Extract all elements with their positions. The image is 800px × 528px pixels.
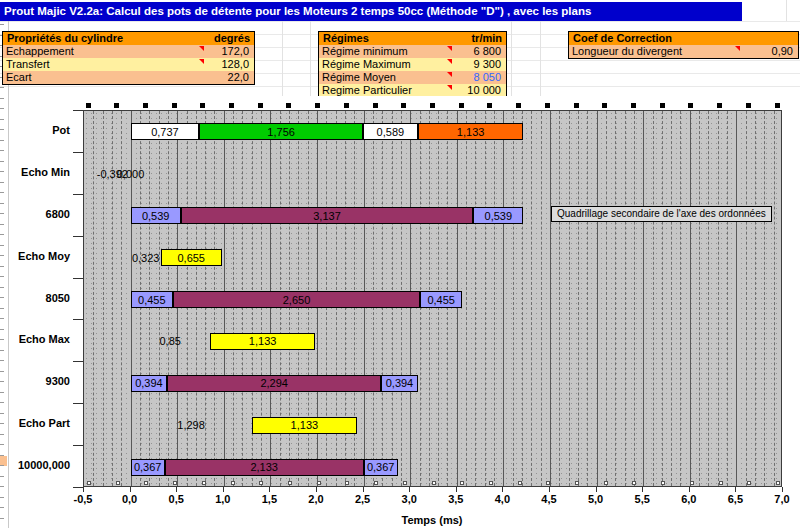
bar-segment: 2,133 bbox=[165, 459, 364, 476]
table-header-unit: degrés bbox=[214, 32, 250, 45]
bar-segment: 0,655 bbox=[161, 249, 222, 266]
category-axis-tick bbox=[73, 110, 83, 111]
value-axis-tick bbox=[363, 487, 364, 492]
category-label: 10000,000 bbox=[10, 459, 70, 473]
table-header-label: Propriétés du cylindre bbox=[7, 32, 123, 45]
bar-value-label: 0,539 bbox=[142, 210, 170, 222]
bar-segment: 0,367 bbox=[364, 459, 398, 476]
bar-segment: 0,394 bbox=[381, 375, 418, 392]
gridline-minor bbox=[653, 111, 654, 486]
bar-segment: 2,650 bbox=[173, 291, 420, 308]
bar-value-label: 0,367 bbox=[134, 461, 162, 473]
row-tick bbox=[0, 129, 4, 130]
row-tick bbox=[0, 518, 4, 519]
row-tick bbox=[0, 381, 4, 382]
bottom-axis-marker bbox=[345, 481, 349, 485]
gridline-tooltip-box[interactable]: Quadrillage secondaire de l'axe des ordo… bbox=[551, 206, 772, 222]
cell-label: Régime minimum bbox=[319, 45, 439, 58]
row-tick bbox=[0, 350, 4, 351]
value-axis-tick-label: 5,5 bbox=[620, 493, 664, 505]
gridline-major bbox=[503, 111, 504, 486]
category-axis-tick bbox=[73, 152, 83, 153]
category-label: 9300 bbox=[10, 375, 70, 389]
value-axis-tick bbox=[83, 487, 84, 492]
gridline-major bbox=[643, 111, 644, 486]
value-axis-tick-label: 7,0 bbox=[760, 493, 800, 505]
bar-value-label: 1,756 bbox=[267, 126, 295, 138]
row-tick bbox=[0, 87, 4, 88]
gridline-minor bbox=[680, 111, 681, 486]
gridline-minor bbox=[625, 111, 626, 486]
bar-segment: 0,539 bbox=[473, 207, 523, 224]
cell-value[interactable]: 0,90 bbox=[731, 45, 798, 58]
bottom-axis-marker bbox=[518, 481, 522, 485]
top-axis-marker bbox=[114, 103, 119, 108]
bar-segment: 0,85 bbox=[131, 333, 210, 350]
table-header-unit: tr/min bbox=[471, 32, 502, 45]
value-axis-tick-label: 5,0 bbox=[574, 493, 618, 505]
category-axis-tick bbox=[73, 194, 83, 195]
value-axis-tick bbox=[409, 487, 410, 492]
value-axis-tick bbox=[176, 487, 177, 492]
bar-value-label: 0,367 bbox=[367, 461, 395, 473]
top-axis-marker bbox=[401, 103, 406, 108]
bottom-axis-marker bbox=[173, 481, 177, 485]
top-axis-marker bbox=[200, 103, 205, 108]
top-axis-marker bbox=[631, 103, 636, 108]
comment-indicator-icon bbox=[447, 72, 452, 77]
cell-value[interactable]: 22,0 bbox=[187, 71, 254, 84]
bar-value-label: 1,133 bbox=[291, 419, 319, 431]
category-axis-tick bbox=[73, 403, 83, 404]
gridline-minor bbox=[559, 111, 560, 486]
spreadsheet-window: Prout Majic V2.2a: Calcul des pots de dé… bbox=[0, 0, 800, 528]
cell-value[interactable]: 172,0 bbox=[187, 45, 254, 58]
value-axis-tick bbox=[642, 487, 643, 492]
bar-segment: 1,298 bbox=[131, 417, 252, 434]
bottom-axis-marker bbox=[231, 481, 235, 485]
bottom-axis-marker bbox=[546, 481, 550, 485]
x-axis-title: Temps (ms) bbox=[332, 514, 532, 526]
category-axis-tick bbox=[73, 361, 83, 362]
bottom-axis-marker bbox=[202, 481, 206, 485]
top-axis-marker bbox=[315, 103, 320, 108]
bar-value-label: 0,000 bbox=[117, 168, 145, 180]
row-tick bbox=[0, 318, 4, 319]
value-axis-tick bbox=[130, 487, 131, 492]
top-axis-marker bbox=[86, 103, 91, 108]
value-axis-tick-label: 2,0 bbox=[294, 493, 338, 505]
bottom-axis-marker bbox=[288, 481, 292, 485]
gridline-minor bbox=[569, 111, 570, 486]
category-label: Echo Max bbox=[10, 333, 70, 347]
top-axis-marker bbox=[487, 103, 492, 108]
top-axis-marker bbox=[143, 103, 148, 108]
bar-value-label: 0,394 bbox=[135, 377, 163, 389]
comment-indicator-icon bbox=[199, 59, 204, 64]
row-tick bbox=[0, 465, 4, 466]
bar-value-label: 1,298 bbox=[177, 419, 205, 431]
row-tick bbox=[0, 140, 4, 141]
row-tick bbox=[0, 192, 4, 193]
cell-value[interactable]: 128,0 bbox=[187, 58, 254, 71]
category-axis-tick bbox=[73, 278, 83, 279]
bar-value-label: 2,133 bbox=[250, 461, 278, 473]
bar-value-label: 1,133 bbox=[249, 335, 277, 347]
gridline-minor bbox=[485, 111, 486, 486]
row-tick bbox=[0, 507, 4, 508]
top-axis-marker bbox=[459, 103, 464, 108]
sheet-gridline bbox=[540, 21, 541, 97]
table-row: Ecart22,0 bbox=[3, 71, 254, 84]
bottom-axis-marker bbox=[632, 481, 636, 485]
top-axis-marker bbox=[775, 103, 780, 108]
row-tick bbox=[0, 224, 4, 225]
cell-label: Transfert bbox=[3, 58, 187, 71]
gridline-minor bbox=[727, 111, 728, 486]
table-row: Régime Maximum9 300 bbox=[319, 58, 506, 71]
gridline-minor bbox=[774, 111, 775, 486]
row-tick bbox=[0, 24, 4, 25]
cell-label: Régime Moyen bbox=[319, 71, 439, 84]
top-axis-marker bbox=[373, 103, 378, 108]
top-axis-marker bbox=[258, 103, 263, 108]
bar-value-label: 1,133 bbox=[457, 126, 485, 138]
bar-segment: 0,323 bbox=[131, 249, 161, 266]
row-tick bbox=[0, 182, 4, 183]
